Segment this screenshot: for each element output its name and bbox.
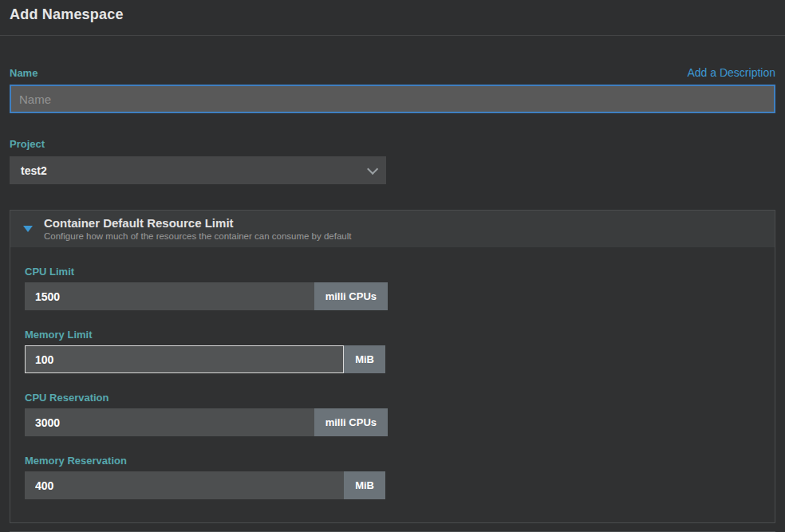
memory-reservation-input[interactable] [25, 471, 344, 499]
cpu-reservation-label: CPU Reservation [25, 392, 388, 404]
cpu-reservation-unit: milli CPUs [314, 408, 388, 436]
memory-limit-label: Memory Limit [25, 329, 385, 341]
resource-limit-subtitle: Configure how much of the resources the … [44, 231, 765, 241]
chevron-down-icon [367, 163, 378, 174]
project-selected-value: test2 [21, 164, 47, 177]
memory-reservation-label: Memory Reservation [25, 455, 385, 467]
add-namespace-form: Name Add a Description Project test2 Con… [0, 66, 785, 532]
resource-limit-title: Container Default Resource Limit [44, 216, 765, 230]
name-input[interactable] [10, 85, 775, 113]
cpu-reservation-input[interactable] [25, 408, 314, 436]
cpu-limit-unit: milli CPUs [314, 282, 388, 310]
name-label: Name [10, 67, 37, 79]
memory-reservation-unit: MiB [344, 471, 385, 499]
memory-limit-input[interactable] [25, 345, 344, 373]
triangle-down-icon [20, 226, 44, 232]
project-select[interactable]: test2 [10, 156, 386, 184]
add-description-link[interactable]: Add a Description [687, 66, 775, 79]
header-divider [0, 35, 785, 36]
cpu-limit-input[interactable] [25, 282, 314, 310]
resource-limit-body: CPU Limit milli CPUs Memory Limit MiB CP… [10, 247, 775, 522]
memory-limit-unit: MiB [344, 345, 385, 373]
resource-limit-section: Container Default Resource Limit Configu… [10, 210, 775, 523]
cpu-limit-label: CPU Limit [25, 266, 388, 278]
page-title: Add Namespace [0, 0, 785, 23]
project-label: Project [10, 138, 45, 150]
resource-limit-section-header[interactable]: Container Default Resource Limit Configu… [10, 211, 775, 247]
